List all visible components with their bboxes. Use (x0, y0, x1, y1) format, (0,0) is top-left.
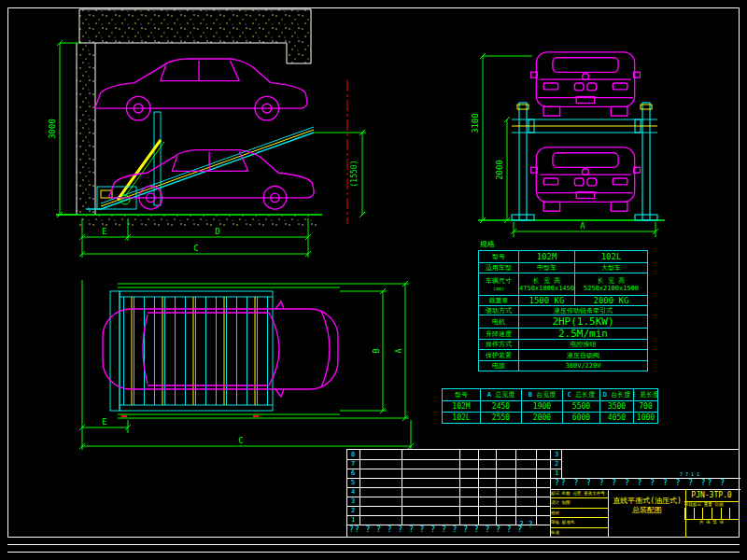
dim-cell: 102L (443, 412, 480, 423)
bom-row-number: 2 (347, 506, 359, 515)
bom-line (347, 459, 550, 460)
dim-header: E 悬长度 (633, 389, 657, 400)
sig-row: 校对 (550, 509, 608, 518)
revision-superscript: 7 7 1 1 (680, 471, 736, 478)
dim-header-name: 总长度 (575, 390, 595, 399)
bom-line (347, 497, 550, 497)
spec-label: 电机 (479, 315, 518, 328)
stage-cell (702, 508, 712, 519)
dim-header: B 台宽度 (521, 389, 562, 400)
dim-cell: 4050 (599, 412, 633, 423)
spec-value: 液压自锁阀 (518, 349, 647, 360)
side-row-number: 2 (551, 459, 562, 469)
bom-line (347, 478, 550, 479)
dim-header: 型号 (443, 389, 480, 400)
stage-cells (684, 508, 739, 520)
bom-line (347, 469, 550, 469)
spec-value: 2000 KG (574, 295, 647, 305)
spec-table-caption: 规格 (480, 239, 495, 249)
bom-row-number: 1 (347, 515, 359, 525)
drawing-number: PJN-3TP.0 (684, 489, 739, 502)
sig-row: 设计 制图 (550, 498, 608, 508)
cad-drawing-page: { "drawing": { "spec_caption": "规格", "le… (0, 0, 747, 560)
dimension-table: 型号 A 总宽度 B 台宽度 C 总长度 D 台长度 E 悬长度 102M 24… (442, 388, 658, 424)
spec-value: 2HP(1.5KW) (518, 315, 647, 328)
bom-row-number: 6 (347, 469, 359, 478)
dim-cell: 1000 (633, 412, 657, 423)
sig-row: 标记 处数 分区 更改文件号 签名 年月日 (550, 489, 608, 498)
title-right-section: PJN-3TP.0 阶段标记 重量 比例 共 张 第 张 (684, 489, 739, 538)
sig-row: 批准 (550, 528, 608, 538)
dim-header-letter: A (487, 391, 491, 399)
dim-header: D 台长度 (599, 389, 633, 400)
spec-sub-header: 长 宽 高 (598, 277, 625, 285)
dim-cell: 6000 (562, 412, 599, 423)
spec-label: 型号 (479, 251, 518, 262)
stray-glyphs: ? ? (519, 521, 532, 529)
drawing-title: 直线平衡式(油压式) 总装配图 (608, 489, 686, 538)
spec-label-text: 车辆尺寸 (486, 277, 512, 285)
spec-value: 102M (518, 251, 574, 262)
dim-header-name: 总宽度 (495, 390, 514, 399)
dim-header-name: 台宽度 (536, 390, 556, 399)
spec-value: 长 宽 高 4750x1800x1450 (518, 273, 574, 295)
dim-cell: 2550 (480, 412, 521, 423)
spec-label: 适用车型 (479, 262, 518, 273)
bom-line (347, 506, 550, 507)
spec-label: 电源 (479, 360, 518, 371)
drawing-title-line2: 总装配图 (609, 506, 685, 515)
bom-row-number: 7 (347, 459, 359, 469)
dim-header-letter: E (633, 391, 636, 399)
sheet-count: 共 张 第 张 (684, 520, 739, 528)
bom-row-number: 8 (347, 450, 359, 459)
dim-header-name: 台长度 (611, 390, 630, 399)
dim-header-letter: B (529, 391, 532, 399)
bom-line (347, 515, 550, 516)
stage-cell (694, 508, 703, 519)
dim-header: A 总宽度 (480, 389, 521, 400)
spec-label: 载重量 (479, 295, 518, 305)
signature-table: 标记 处数 分区 更改文件号 签名 年月日 设计 制图 校对 审核 标准化 批准 (550, 489, 608, 538)
bom-row-number: 4 (347, 487, 359, 497)
spec-table: 型号 102M 102L 适用车型 中型车 大型车 车辆尺寸 (mm) 长 宽 … (478, 250, 648, 371)
spec-value: 中型车 (518, 262, 574, 273)
spec-value: 102L (574, 251, 647, 262)
spec-label: 升降速度 (479, 328, 518, 339)
dim-cell: 102M (443, 400, 480, 412)
drawing-title-line1: 直线平衡式(油压式) (609, 497, 685, 506)
dim-cell: 1900 (521, 400, 562, 412)
spec-label: 驱动方式 (479, 305, 518, 315)
spec-sub-header: 长 宽 高 (533, 277, 560, 285)
spec-size-value: 4750x1800x1450 (519, 285, 574, 292)
spec-label-unit: (mm) (493, 285, 504, 292)
stage-cell (684, 508, 694, 519)
dim-header-letter: C (568, 391, 571, 399)
dim-header-name: 型号 (455, 390, 468, 399)
bom-line (347, 487, 550, 488)
dim-cell: 2000 (521, 412, 562, 423)
bom-row-number: 3 (347, 497, 359, 506)
frame-outer-bottom-line (7, 552, 740, 553)
frame-bottom-line (7, 544, 740, 545)
spec-value: 大型车 (574, 262, 647, 273)
stage-cell (712, 508, 721, 519)
title-block: 8 7 6 5 4 3 2 1 ?? ? ? ? ? ? ? ? ? ? ? ?… (346, 449, 740, 538)
dim-header: C 总长度 (562, 389, 599, 400)
spec-value: 长 宽 高 5250x2100x1500 (574, 273, 647, 295)
spec-value: 2.5M/min (518, 328, 647, 339)
spec-label: 车辆尺寸 (mm) (479, 273, 518, 295)
spec-value: 液压传动链条牵引式 (518, 305, 647, 315)
side-row-number: 1 (551, 469, 562, 478)
spec-value: 380V/220V (518, 360, 647, 371)
stage-cell (721, 508, 730, 519)
bom-row-number: 5 (347, 478, 359, 487)
dim-cell: 3500 (599, 400, 633, 412)
stage-cell (729, 508, 739, 519)
revision-row: ?? ? ? ? ? ? ? ? ? ? ? ?? ? (555, 479, 738, 489)
dim-header-name: 悬长度 (640, 390, 657, 399)
spec-label: 保护装置 (479, 349, 518, 360)
spec-label: 操作方式 (479, 339, 518, 349)
spec-size-value: 5250x2100x1500 (584, 285, 639, 292)
dim-header-letter: D (603, 391, 607, 399)
dim-cell: 700 (633, 400, 657, 412)
